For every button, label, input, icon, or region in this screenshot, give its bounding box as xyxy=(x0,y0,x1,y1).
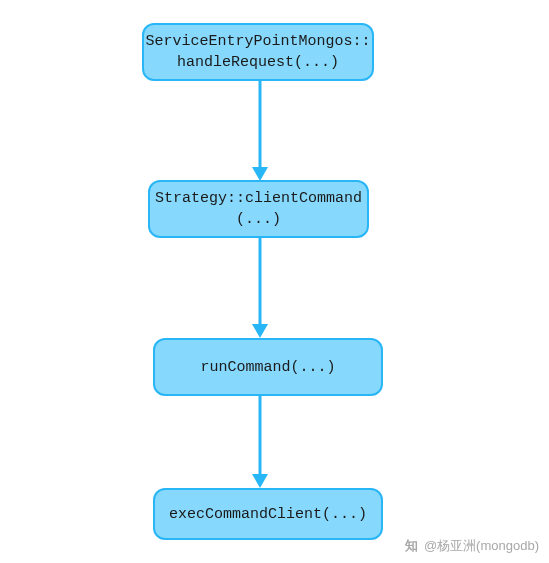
node-exec-command-client: execCommandClient(...) xyxy=(153,488,383,540)
zhihu-logo-icon: 知 xyxy=(404,538,420,554)
node-strategy-client-command: Strategy::clientCommand (...) xyxy=(148,180,369,238)
node-label: execCommandClient(...) xyxy=(169,504,367,525)
node-service-entry-point: ServiceEntryPointMongos:: handleRequest(… xyxy=(142,23,374,81)
arrow-head-icon xyxy=(252,474,268,488)
arrow-head-icon xyxy=(252,167,268,181)
node-run-command: runCommand(...) xyxy=(153,338,383,396)
node-label: runCommand(...) xyxy=(200,357,335,378)
arrow-line xyxy=(258,396,261,474)
watermark-text: @杨亚洲(mongodb) xyxy=(424,537,539,555)
arrow-1 xyxy=(258,81,261,179)
arrow-line xyxy=(258,238,261,324)
node-label: ServiceEntryPointMongos:: handleRequest(… xyxy=(145,31,370,73)
arrow-2 xyxy=(258,238,261,336)
node-label: Strategy::clientCommand (...) xyxy=(155,188,362,230)
arrow-3 xyxy=(258,396,261,486)
watermark: 知 @杨亚洲(mongodb) xyxy=(404,537,539,555)
flowchart-canvas: ServiceEntryPointMongos:: handleRequest(… xyxy=(0,0,549,563)
arrow-line xyxy=(258,81,261,167)
arrow-head-icon xyxy=(252,324,268,338)
